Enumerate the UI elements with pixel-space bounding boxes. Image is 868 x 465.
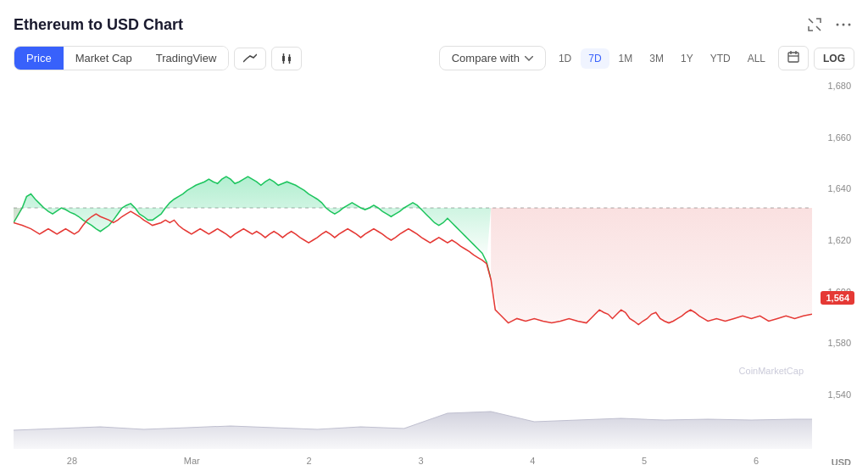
mini-chart-area [14, 405, 854, 449]
candle-chart-button[interactable] [271, 47, 302, 70]
x-label-6: 6 [754, 456, 759, 465]
x-label-4: 4 [530, 456, 535, 465]
line-chart-button[interactable] [234, 48, 266, 70]
period-ytd[interactable]: YTD [703, 48, 738, 69]
y-label-1640: 1,640 [812, 183, 854, 193]
y-label-1680: 1,680 [812, 81, 854, 91]
svg-rect-13 [14, 79, 491, 401]
current-price-badge: 1,564 [821, 291, 854, 305]
x-label-mar: Mar [184, 456, 200, 465]
period-group: 1D 7D 1M 3M 1Y YTD ALL [551, 48, 773, 69]
svg-point-1 [843, 24, 845, 26]
chart-svg [14, 79, 812, 401]
x-label-28: 28 [67, 456, 77, 465]
mini-chart-svg [14, 405, 812, 449]
x-label-2: 2 [307, 456, 312, 465]
compare-label: Compare with [452, 52, 520, 64]
tab-group: Price Market Cap TradingView [14, 46, 229, 70]
x-axis: 28 Mar 2 3 4 5 6 [14, 454, 812, 465]
y-label-1620: 1,620 [812, 235, 854, 245]
svg-rect-6 [288, 57, 291, 61]
toolbar: Price Market Cap TradingView Compare wit… [14, 46, 854, 70]
chart-header: Ethereum to USD Chart [14, 14, 854, 36]
watermark: CoinMarketCap [739, 366, 804, 376]
tab-tradingview[interactable]: TradingView [144, 47, 229, 70]
x-label-3: 3 [418, 456, 423, 465]
tab-marketcap[interactable]: Market Cap [64, 47, 144, 70]
chart-container: Ethereum to USD Chart Price Market Cap T… [0, 0, 868, 465]
svg-point-2 [849, 24, 851, 26]
expand-button[interactable] [804, 14, 826, 36]
y-label-1540: 1,540 [812, 389, 854, 400]
log-button[interactable]: LOG [814, 48, 854, 70]
tab-price[interactable]: Price [14, 47, 64, 70]
period-1d[interactable]: 1D [551, 48, 579, 69]
svg-rect-3 [282, 56, 285, 61]
period-3m[interactable]: 3M [642, 48, 671, 69]
period-7d[interactable]: 7D [581, 48, 609, 69]
main-chart-area: 1,680 1,660 1,640 1,620 1,600 1,580 1,56… [14, 79, 854, 401]
period-1m[interactable]: 1M [611, 48, 641, 69]
x-label-5: 5 [642, 456, 647, 465]
chart-title: Ethereum to USD Chart [14, 16, 183, 34]
y-label-1660: 1,660 [812, 132, 854, 143]
y-axis: 1,680 1,660 1,640 1,620 1,600 1,580 1,56… [812, 79, 854, 401]
y-label-1580: 1,580 [812, 338, 854, 348]
period-1y[interactable]: 1Y [673, 48, 701, 69]
header-actions [804, 14, 854, 36]
calendar-button[interactable] [778, 46, 809, 70]
usd-label: USD [812, 457, 854, 465]
compare-button[interactable]: Compare with [439, 46, 546, 70]
svg-rect-9 [788, 53, 798, 62]
x-axis-container: 28 Mar 2 3 4 5 6 USD [14, 451, 854, 465]
period-all[interactable]: ALL [740, 48, 773, 69]
more-button[interactable] [832, 20, 854, 30]
svg-point-0 [837, 24, 839, 26]
